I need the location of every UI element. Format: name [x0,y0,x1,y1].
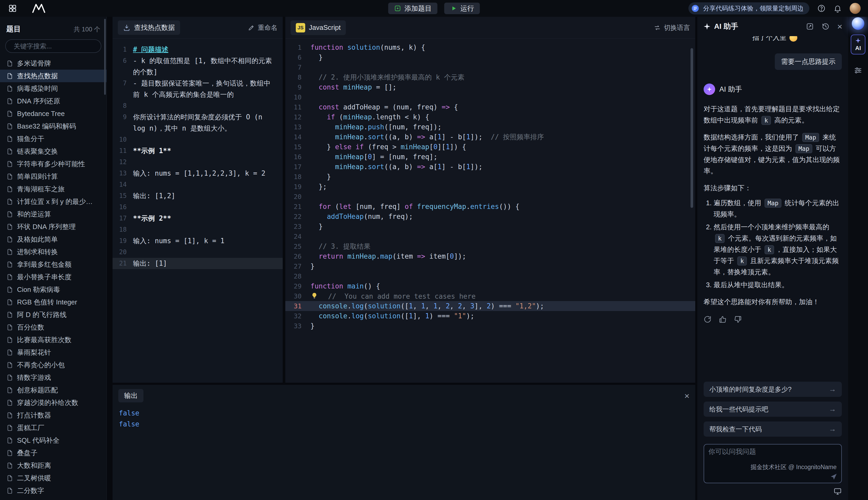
code-line[interactable]: 31 console.log(solution([1, 1, 1, 2, 2, … [285,301,695,311]
app-logo[interactable] [29,4,49,13]
run-button[interactable]: 运行 [444,3,480,14]
code-lines[interactable]: 1function solution(nums, k) {6 }78 // 2.… [285,39,695,331]
code-line[interactable]: 6 } [285,52,695,62]
sidebar-item[interactable]: 简单四则计算 [0,170,106,183]
help-icon[interactable] [817,4,825,13]
sidebar-item[interactable]: 最小替换子串长度 [0,271,106,283]
sidebar-item[interactable]: Bytedance Tree [0,107,106,120]
add-problem-button[interactable]: 添加题目 [388,3,437,14]
suggestion-button[interactable]: 帮我检查一下代码→ [704,421,842,437]
sidebar-scrollbar[interactable] [104,19,106,95]
sidebar-item[interactable]: 二叉树供暖 [0,472,106,484]
code-line[interactable]: 24 [285,231,695,241]
ai-tab-button[interactable]: AI [851,35,865,55]
monitor-icon[interactable] [833,487,842,495]
new-chat-icon[interactable] [806,22,814,31]
settings-sliders-icon[interactable] [854,66,863,75]
code-line[interactable]: 7 [285,62,695,72]
send-icon[interactable] [830,473,838,481]
sidebar-item[interactable]: 多米诺骨牌 [0,57,106,70]
sidebar-item[interactable]: SQL 代码补全 [0,434,106,446]
code-line[interactable]: 25 // 3. 提取结果 [285,241,695,251]
code-line[interactable]: 17 minHeap.sort((a, b) => a[1] - b[1]); [285,162,695,172]
code-line[interactable]: 26 return minHeap.map(item => item[0]); [285,251,695,261]
thumbs-down-icon[interactable] [734,316,742,323]
sidebar-item[interactable]: 阿 D 的飞行路线 [0,308,106,321]
sidebar-item[interactable]: 及格如此简单 [0,233,106,246]
code-line[interactable]: 1function solution(nums, k) { [285,42,695,52]
sidebar-item[interactable]: 大数和距离 [0,459,106,472]
sidebar-item[interactable]: 百分位数 [0,321,106,333]
avatar[interactable] [850,3,861,14]
sidebar-item[interactable]: 计算位置 x 到 y 的最少… [0,195,106,208]
close-icon[interactable]: × [684,391,689,400]
sidebar-item[interactable]: 青海湖租车之旅 [0,183,106,195]
sidebar-item[interactable]: DNA 序列还原 [0,95,106,107]
suggestion-button[interactable]: 给我一些代码提示吧→ [704,401,842,417]
thumbs-up-icon[interactable] [719,316,727,323]
problem-tab[interactable]: 查找热点数据 [118,20,180,35]
code-line[interactable]: 13 minHeap.push([num, freq]); [285,122,695,132]
code-line[interactable]: 8 // 2. 使用小顶堆来维护频率最高的 k 个元素 [285,72,695,82]
rename-button[interactable]: 重命名 [248,23,277,32]
sidebar-item[interactable]: 链表聚集交换 [0,145,106,158]
code-line[interactable]: 15 } else if (freq > minHeap[0][1]) { [285,142,695,152]
code-line[interactable]: 28 [285,271,695,281]
suggestion-button[interactable]: 小顶堆的时间复杂度是多少?→ [704,382,842,397]
code-line[interactable]: 18 } [285,172,695,182]
lightbulb-icon[interactable] [310,292,318,300]
sidebar-item[interactable]: 拿到最多红包金额 [0,258,106,271]
code-line[interactable]: 19 }; [285,182,695,192]
code-line[interactable]: 30 // You can add more test cases here [285,291,695,301]
search-box[interactable] [5,39,101,53]
sidebar-item[interactable]: 打点计数器 [0,409,106,421]
sidebar-item[interactable]: 穿越沙漠的补给次数 [0,396,106,409]
sidebar-item[interactable]: 不再贪心的小包 [0,359,106,371]
bell-icon[interactable] [833,4,842,13]
sidebar-item[interactable]: 和的逆运算 [0,208,106,220]
sidebar-item[interactable]: 叠盘子 [0,446,106,459]
sidebar-item[interactable]: Base32 编码和解码 [0,120,106,133]
apps-grid-icon[interactable] [8,4,17,13]
sidebar-item[interactable]: Cion 勒索病毒 [0,283,106,296]
editor-scrollbar[interactable] [690,48,693,208]
code-line[interactable]: 10 [285,92,695,102]
sidebar-item[interactable]: 比赛最高获胜次数 [0,333,106,346]
sidebar-item[interactable]: 字符串有多少种可能性 [0,158,106,170]
search-input[interactable] [14,42,98,50]
code-line[interactable]: 11 const addToHeap = (num, freq) => { [285,102,695,112]
sidebar-item[interactable]: 二分数字 [0,484,106,497]
sidebar-item[interactable]: 环状 DNA 序列整理 [0,220,106,233]
regenerate-icon[interactable] [704,316,711,323]
sidebar-item[interactable]: 查找热点数据 [0,70,106,82]
code-line[interactable]: 33} [285,321,695,331]
code-line[interactable]: 12 if (minHeap.length < k) { [285,112,695,122]
code-line[interactable]: 20 [285,192,695,202]
ai-input-box[interactable]: 掘金技术社区 @ IncognitoName [704,444,842,483]
sidebar-item[interactable]: 猜数字游戏 [0,371,106,384]
ai-question-input[interactable] [708,448,837,456]
switch-language-button[interactable]: 切换语言 [654,23,690,32]
sidebar-item[interactable]: 进制求和转换 [0,246,106,258]
language-tab[interactable]: JS JavaScript [290,20,346,35]
code-line[interactable]: 9 const minHeap = []; [285,82,695,92]
promo-banner[interactable]: 分享代码练习体验，领限量定制周边 [688,2,809,14]
sidebar-item[interactable]: RGB 色值转 Integer [0,296,106,308]
code-line[interactable]: 32 console.log(solution([1], 1) === "1")… [285,311,695,321]
code-line[interactable]: 21 for (let [num, freq] of frequencyMap.… [285,202,695,212]
code-line[interactable]: 27} [285,261,695,271]
code-line[interactable]: 23 } [285,221,695,231]
output-tab[interactable]: 输出 [118,389,144,402]
ai-glow-logo-icon[interactable] [852,17,864,30]
close-icon[interactable]: × [837,22,842,31]
history-icon[interactable] [821,22,830,31]
code-line[interactable]: 22 addToHeap(num, freq); [285,212,695,221]
sidebar-item[interactable]: 猫鱼分干 [0,133,106,145]
sidebar-item[interactable]: 创意标题匹配 [0,384,106,396]
sidebar-item[interactable]: 病毒感染时间 [0,82,106,95]
code-line[interactable]: 14 minHeap.sort((a, b) => a[1] - b[1]); … [285,132,695,142]
sidebar-item[interactable]: 蛋糕工厂 [0,421,106,434]
code-line[interactable]: 16 minHeap[0] = [num, freq]; [285,152,695,162]
sidebar-item[interactable]: 暴雨梨花针 [0,346,106,359]
code-line[interactable]: 29function main() { [285,281,695,291]
